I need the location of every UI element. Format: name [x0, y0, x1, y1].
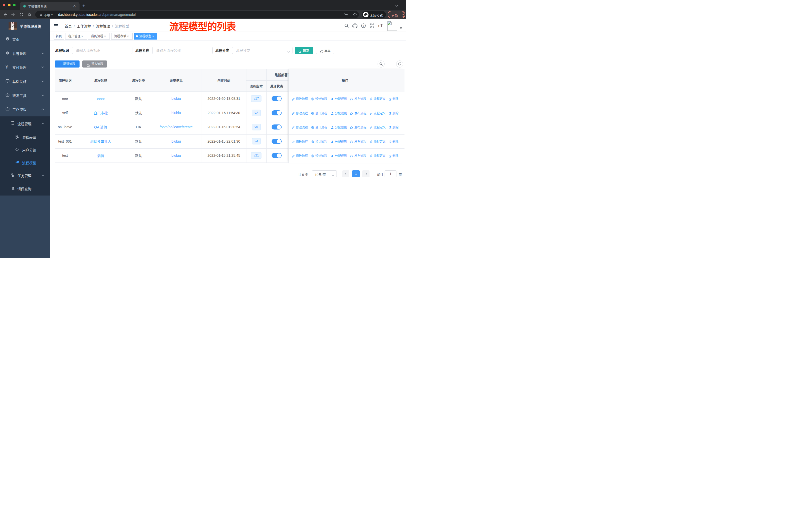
svg-text:T: T: [378, 24, 380, 27]
svg-text:T: T: [380, 23, 383, 27]
svg-text:?: ?: [362, 24, 364, 27]
